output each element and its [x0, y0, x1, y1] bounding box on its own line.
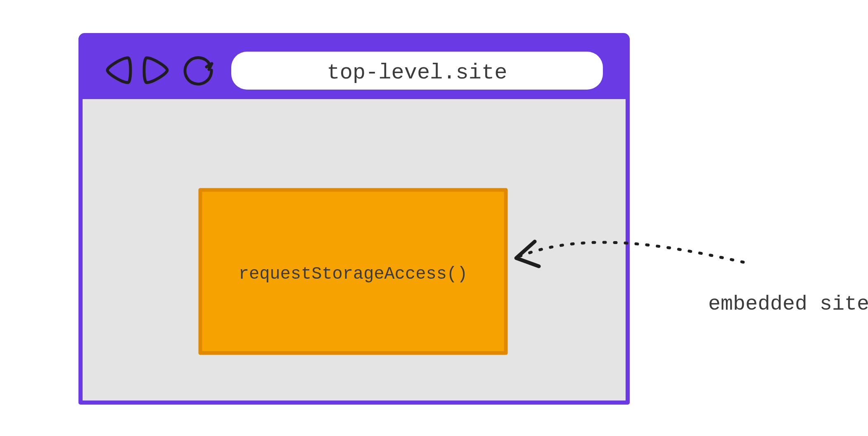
address-bar[interactable]: top-level.site	[231, 52, 603, 90]
iframe-api-call: requestStorageAccess()	[239, 264, 468, 284]
address-bar-url: top-level.site	[327, 61, 508, 85]
diagram-canvas: top-level.site requestStorageAccess() em…	[0, 0, 868, 436]
svg-rect-0	[83, 99, 626, 107]
browser-window: top-level.site requestStorageAccess()	[81, 35, 628, 403]
annotation-label: embedded site	[708, 292, 868, 316]
embedded-iframe: requestStorageAccess()	[200, 190, 506, 353]
